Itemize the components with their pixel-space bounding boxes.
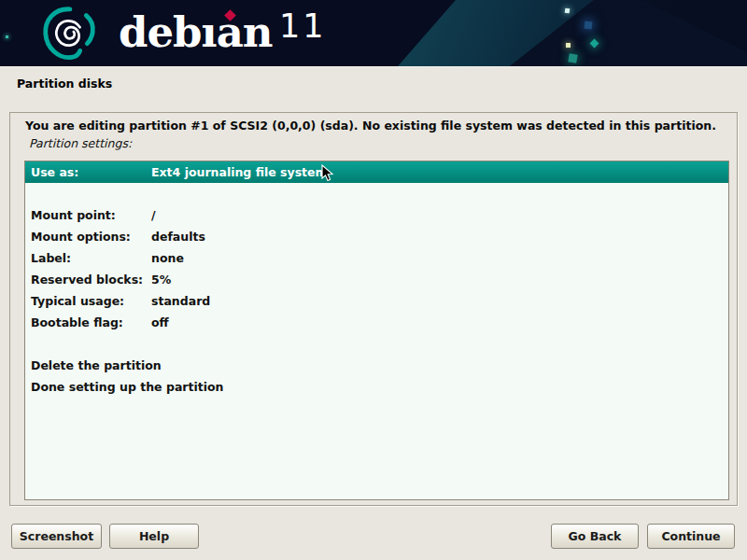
row-label: Bootable flag: <box>31 312 151 333</box>
row-label: Typical usage: <box>31 290 151 312</box>
settings-row-reserved-blocks[interactable]: Reserved blocks:5% <box>25 269 728 290</box>
settings-row-typical-usage[interactable]: Typical usage:standard <box>25 290 728 312</box>
settings-row-bootable-flag[interactable]: Bootable flag:off <box>25 312 728 333</box>
settings-row-mount-options[interactable]: Mount options:defaults <box>25 226 728 247</box>
sparkle-square <box>568 53 577 63</box>
sparkle-square <box>585 21 593 30</box>
debian-wordmark: debıan <box>119 7 273 59</box>
row-value: / <box>151 208 156 222</box>
help-button[interactable]: Help <box>109 524 199 549</box>
partition-settings-label: Partition settings: <box>29 136 132 150</box>
settings-list[interactable]: Use as:Ext4 journaling file system Mount… <box>24 161 729 500</box>
sparkle-square <box>6 35 8 38</box>
row-label: Done setting up the partition <box>31 380 224 394</box>
settings-row-mount-point[interactable]: Mount point:/ <box>25 204 728 226</box>
row-value: off <box>151 315 169 329</box>
row-label: Use as: <box>31 161 151 183</box>
screenshot-button[interactable]: Screenshot <box>11 524 102 549</box>
row-value: none <box>151 251 184 265</box>
continue-button[interactable]: Continue <box>647 524 735 549</box>
partition-settings-frame: You are editing partition #1 of SCSI2 (0… <box>9 112 738 506</box>
settings-row-label[interactable]: Label:none <box>25 247 728 269</box>
row-label: Mount options: <box>31 226 151 247</box>
page-title: Partition disks <box>17 77 112 91</box>
row-value: defaults <box>151 230 205 244</box>
go-back-button[interactable]: Go Back <box>551 524 639 549</box>
settings-row-use-as[interactable]: Use as:Ext4 journaling file system <box>25 161 728 183</box>
sparkle-square <box>566 43 571 48</box>
mouse-pointer-icon <box>321 164 334 183</box>
row-value: 5% <box>151 273 171 287</box>
banner-dark-shape <box>0 0 747 66</box>
row-label: Label: <box>31 247 151 269</box>
row-done-partition[interactable]: Done setting up the partition <box>25 376 728 398</box>
row-delete-partition[interactable]: Delete the partition <box>25 355 728 376</box>
debian-version: 11 <box>279 7 327 45</box>
installer-window: debıan 11 Partition disks You are editin… <box>0 0 747 560</box>
debian-swirl-logo <box>39 5 97 63</box>
debian-banner: debıan 11 <box>0 0 747 67</box>
row-value: standard <box>151 294 210 308</box>
row-value: Ext4 journaling file system <box>151 165 328 179</box>
sparkle-square <box>565 8 571 14</box>
edit-partition-message: You are editing partition #1 of SCSI2 (0… <box>25 119 716 133</box>
row-label: Delete the partition <box>31 358 162 372</box>
settings-row-spacer <box>25 183 728 204</box>
row-label: Mount point: <box>31 204 151 226</box>
settings-row-spacer <box>25 333 728 355</box>
row-label: Reserved blocks: <box>31 269 151 290</box>
